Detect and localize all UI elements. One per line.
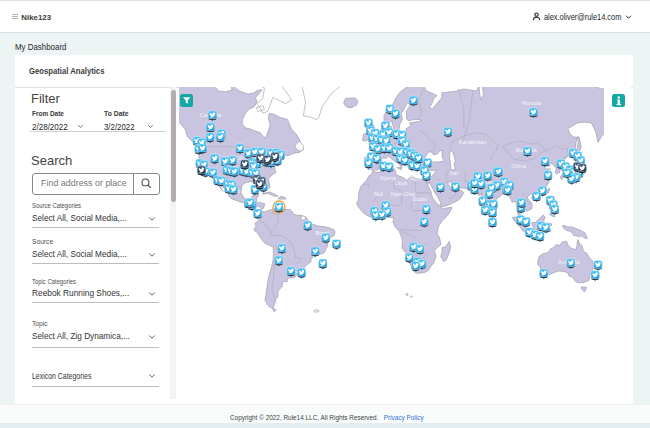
svg-text:Iran: Iran [450,170,459,176]
svg-text:Chad: Chad [403,192,415,197]
svg-text:Niger: Niger [390,192,402,197]
svg-text:Kazakhstan: Kazakhstan [458,139,485,145]
svg-text:Libya: Libya [394,180,407,186]
svg-text:Algeria: Algeria [379,175,395,181]
svg-text:China: China [511,163,527,169]
svg-text:Russia: Russia [522,99,541,106]
svg-text:Egypt: Egypt [410,176,423,181]
svg-text:Mali: Mali [374,192,383,197]
